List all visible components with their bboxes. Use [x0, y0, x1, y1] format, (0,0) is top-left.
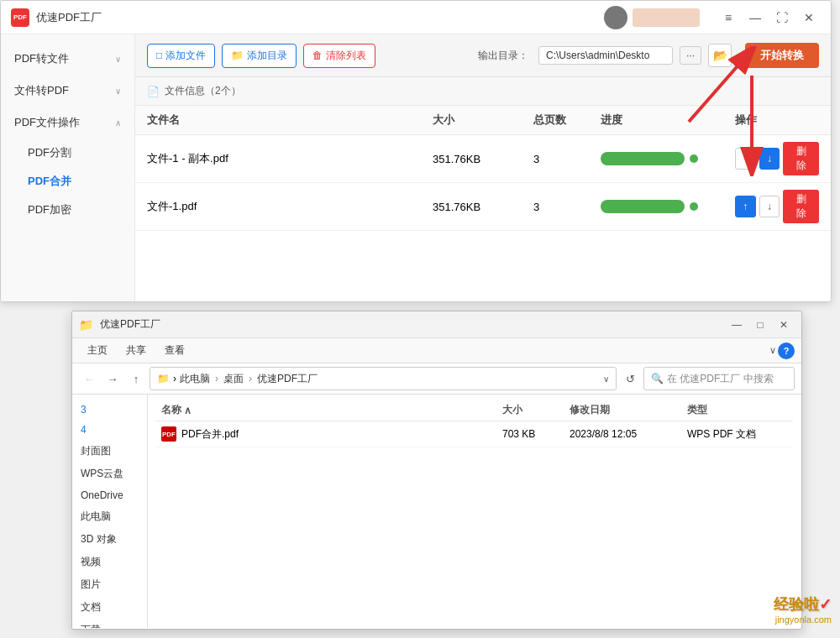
app-body: PDF转文件 ∨ 文件转PDF ∨ PDF文件操作 ∧ PDF分割 PDF合并 … — [1, 34, 831, 301]
col-header-name[interactable]: 名称 ∧ — [161, 403, 502, 417]
nav-label-thispc: 此电脑 — [81, 510, 111, 524]
nav-item-4[interactable]: 4 — [72, 420, 147, 440]
nav-label-downloads: 下载 — [81, 623, 101, 628]
add-file-button[interactable]: □ 添加文件 — [147, 44, 215, 68]
nav-label-video: 视频 — [81, 555, 101, 569]
file-name-cell: 文件-1.pdf — [147, 199, 433, 214]
explorer-close-button[interactable]: ✕ — [773, 314, 795, 336]
sidebar-label-pdf-merge: PDF合并 — [28, 175, 71, 187]
menu-tab-share[interactable]: 共享 — [118, 340, 155, 361]
col-name-label: 名称 — [161, 403, 181, 417]
nav-item-cover[interactable]: 封面图 — [72, 440, 147, 463]
output-more-button[interactable]: ··· — [680, 46, 701, 65]
main-content: □ 添加文件 📁 添加目录 🗑 清除列表 输出目录： C:\Users\admi… — [135, 34, 831, 301]
delete-button-row2[interactable]: 删除 — [783, 190, 819, 223]
explorer-window: 📁 优速PDF工厂 — □ ✕ 主页 共享 查看 ∨ ? ← → ↑ 📁 › 此… — [71, 311, 802, 630]
nav-label-3d: 3D 对象 — [81, 532, 117, 546]
nav-item-thispc[interactable]: 此电脑 — [72, 505, 147, 528]
col-header-size: 大小 — [502, 403, 570, 417]
col-actions: 操作 — [735, 112, 819, 128]
close-button[interactable]: ✕ — [797, 6, 821, 29]
addr-thispc: 此电脑 — [180, 372, 210, 386]
sidebar-item-file-to-pdf[interactable]: 文件转PDF ∨ — [1, 75, 134, 107]
minimize-button[interactable]: — — [743, 6, 767, 29]
app-logo-text: PDF — [13, 13, 27, 21]
clear-list-button[interactable]: 🗑 清除列表 — [303, 44, 375, 68]
nav-label-pictures: 图片 — [81, 578, 101, 592]
sidebar-sub-menu: PDF分割 PDF合并 PDF加密 — [1, 139, 134, 224]
sidebar-item-pdf-ops[interactable]: PDF文件操作 ∧ — [1, 107, 134, 139]
move-down-button[interactable]: ↓ — [759, 196, 780, 217]
menu-tab-view[interactable]: 查看 — [156, 340, 193, 361]
help-icon[interactable]: ? — [778, 343, 795, 359]
progress-dot — [690, 202, 698, 211]
nav-item-downloads[interactable]: 下载 — [72, 619, 147, 628]
move-up-button[interactable]: ↑ — [735, 196, 756, 217]
addr-dropdown-icon[interactable]: ∨ — [603, 374, 609, 384]
explorer-menubar: 主页 共享 查看 ∨ ? — [72, 338, 801, 363]
menu-tab-home[interactable]: 主页 — [79, 340, 116, 361]
add-file-label: 添加文件 — [165, 49, 206, 63]
file-modified: 2023/8/8 12:05 — [570, 428, 687, 440]
titlebar-controls: ≡ — ⛶ ✕ — [717, 6, 821, 29]
profile-name-box — [633, 8, 700, 27]
file-size-cell: 351.76KB — [433, 153, 533, 165]
refresh-button[interactable]: ↺ — [620, 369, 640, 389]
add-dir-button[interactable]: 📁 添加目录 — [222, 44, 297, 68]
nav-item-3[interactable]: 3 — [72, 400, 147, 420]
app-title: 优速PDF工厂 — [36, 10, 102, 25]
add-dir-label: 添加目录 — [247, 49, 287, 63]
addr-sep-2: › — [249, 373, 252, 384]
nav-label-cover: 封面图 — [81, 444, 111, 458]
col-progress: 进度 — [601, 112, 735, 128]
move-down-button[interactable]: ↓ — [759, 148, 780, 170]
progress-dot — [690, 154, 698, 163]
delete-button-row1[interactable]: 删除 — [783, 142, 819, 175]
explorer-minimize-button[interactable]: — — [726, 314, 748, 336]
output-label: 输出目录： — [478, 49, 528, 63]
file-info-bar: 📄 文件信息（2个） — [135, 77, 831, 106]
file-list-header: 名称 ∧ 大小 修改日期 类型 — [156, 400, 793, 421]
search-box[interactable]: 🔍 在 优速PDF工厂 中搜索 — [643, 367, 795, 390]
chevron-down-icon: ∨ — [115, 86, 121, 96]
explorer-folder-icon: 📁 — [79, 318, 93, 332]
nav-item-pictures[interactable]: 图片 — [72, 573, 147, 596]
add-file-icon: □ — [156, 50, 162, 61]
addr-sep-1: › — [215, 373, 218, 384]
addr-folder: 优速PDF工厂 — [257, 372, 318, 386]
nav-item-wps[interactable]: WPS云盘 — [72, 463, 147, 485]
sidebar-item-pdf-merge[interactable]: PDF合并 — [14, 167, 134, 196]
explorer-maximize-button[interactable]: □ — [749, 314, 771, 336]
menu-icon[interactable]: ≡ — [717, 6, 740, 29]
maximize-button[interactable]: ⛶ — [770, 6, 794, 29]
sidebar-item-pdf-to-file[interactable]: PDF转文件 ∨ — [1, 43, 134, 75]
nav-item-video[interactable]: 视频 — [72, 551, 147, 573]
start-convert-button[interactable]: 开始转换 — [745, 43, 819, 68]
table-row: 文件-1.pdf 351.76KB 3 ↑ ↓ 删除 — [135, 183, 831, 231]
action-buttons: ↑ ↓ 删除 — [735, 142, 819, 175]
trash-icon: 🗑 — [312, 50, 323, 61]
menu-chevron-icon[interactable]: ∨ — [769, 345, 776, 356]
search-placeholder: 在 优速PDF工厂 中搜索 — [667, 372, 774, 386]
sidebar-item-pdf-encrypt[interactable]: PDF加密 — [14, 196, 134, 224]
col-size: 大小 — [433, 112, 533, 128]
up-button[interactable]: ↑ — [126, 369, 146, 389]
nav-item-docs[interactable]: 文档 — [72, 596, 147, 619]
file-size-cell: 351.76KB — [433, 201, 533, 213]
app-logo: PDF — [11, 8, 29, 27]
nav-item-onedrive[interactable]: OneDrive — [72, 485, 147, 505]
titlebar-profile — [604, 6, 700, 29]
back-button[interactable]: ← — [79, 369, 99, 389]
browse-folder-button[interactable]: 📂 — [708, 44, 732, 67]
list-item[interactable]: PDF PDF合并.pdf 703 KB 2023/8/8 12:05 WPS … — [156, 421, 793, 447]
table-header: 文件名 大小 总页数 进度 操作 — [135, 106, 831, 135]
forward-button[interactable]: → — [102, 369, 123, 389]
progress-bar — [601, 152, 685, 165]
move-up-button[interactable]: ↑ — [735, 148, 756, 170]
nav-item-3dobjects[interactable]: 3D 对象 — [72, 528, 147, 551]
sidebar-item-pdf-split[interactable]: PDF分割 — [14, 139, 134, 167]
address-bar[interactable]: 📁 › 此电脑 › 桌面 › 优速PDF工厂 ∨ — [150, 367, 617, 390]
avatar — [604, 6, 627, 29]
explorer-addressbar: ← → ↑ 📁 › 此电脑 › 桌面 › 优速PDF工厂 ∨ ↺ 🔍 在 优速P… — [72, 363, 801, 395]
nav-label-wps: WPS云盘 — [81, 467, 123, 481]
